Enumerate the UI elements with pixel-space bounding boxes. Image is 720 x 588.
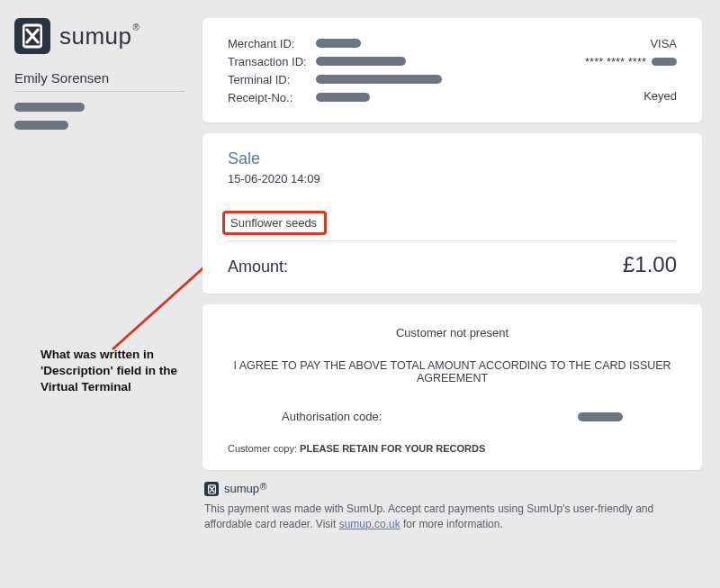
transaction-id-label: Transaction ID: xyxy=(228,55,316,68)
brand-logo: sumup® xyxy=(14,18,185,54)
retain-notice: Customer copy: PLEASE RETAIN FOR YOUR RE… xyxy=(228,443,677,454)
agreement-card: Customer not present I AGREE TO PAY THE … xyxy=(202,304,702,470)
sale-description: Sunflower seeds xyxy=(222,211,327,235)
entry-mode: Keyed xyxy=(644,89,677,103)
merchant-id-label: Merchant ID: xyxy=(228,37,316,50)
customer-not-present: Customer not present xyxy=(228,326,677,339)
redacted-value xyxy=(316,93,370,102)
agreement-text: I AGREE TO PAY THE ABOVE TOTAL AMOUNT AC… xyxy=(228,359,677,384)
terminal-id-label: Terminal ID: xyxy=(228,73,316,86)
sale-card: Sale 15-06-2020 14:09 Sunflower seeds Am… xyxy=(202,133,702,294)
redacted-value xyxy=(316,75,442,84)
redacted-line xyxy=(14,115,185,133)
redacted-value xyxy=(578,412,623,421)
masked-card: **** **** **** xyxy=(585,55,646,68)
card-brand: VISA xyxy=(650,37,677,50)
receipt-no-label: Receipt-No.: xyxy=(228,91,316,104)
sidebar: sumup® Emily Sorensen xyxy=(14,18,185,133)
sale-datetime: 15-06-2020 14:09 xyxy=(228,172,677,185)
redacted-line xyxy=(14,95,185,115)
sumup-logo-icon xyxy=(14,18,50,54)
sumup-logo-icon xyxy=(204,482,219,496)
auth-code-label: Authorisation code: xyxy=(282,410,382,423)
transaction-info-card: Merchant ID: Transaction ID: Terminal ID… xyxy=(202,18,702,122)
footer-link[interactable]: sumup.co.uk xyxy=(339,518,400,530)
receipt-footer: sumup® This payment was made with SumUp.… xyxy=(202,481,702,533)
redacted-value xyxy=(652,58,677,66)
brand-wordmark: sumup® xyxy=(224,481,266,498)
receipt: Merchant ID: Transaction ID: Terminal ID… xyxy=(202,18,702,533)
user-name: Emily Sorensen xyxy=(14,70,185,92)
footer-text: This payment was made with SumUp. Accept… xyxy=(204,502,700,533)
amount-value: £1.00 xyxy=(623,252,677,277)
redacted-value xyxy=(316,39,361,48)
redacted-value xyxy=(316,57,406,66)
sale-title: Sale xyxy=(228,149,677,168)
annotation-text: What was written in 'Description' field … xyxy=(40,347,184,396)
amount-label: Amount: xyxy=(228,258,288,276)
brand-wordmark: sumup® xyxy=(59,23,140,50)
